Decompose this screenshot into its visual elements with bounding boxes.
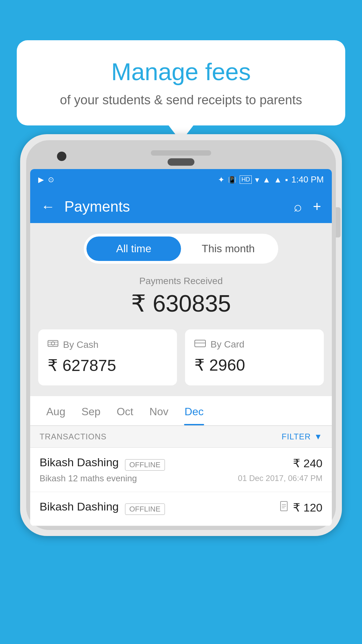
by-card-label: By Card — [210, 339, 244, 350]
payments-received: Payments Received ₹ 630835 — [38, 276, 324, 317]
search-button[interactable]: ⌕ — [294, 199, 302, 215]
transaction-bottom-1: Bikash 12 maths evening 01 Dec 2017, 06:… — [40, 473, 322, 484]
phone-screen: ▶ ⊙ ✦ 📳 HD ▾ ▲ ▲ ▪ 1:40 PM — [30, 169, 332, 526]
all-time-toggle[interactable]: All time — [86, 236, 181, 261]
svg-rect-0 — [48, 340, 58, 346]
phone-camera — [57, 152, 66, 161]
doc-icon-2 — [280, 501, 289, 514]
this-month-toggle[interactable]: This month — [181, 236, 276, 261]
add-button[interactable]: + — [313, 199, 321, 215]
phone-top — [30, 144, 332, 169]
status-bar-left: ▶ ⊙ — [38, 175, 54, 184]
by-cash-label: By Cash — [63, 339, 99, 350]
filter-button[interactable]: FILTER ▼ — [282, 432, 322, 441]
status-bar: ▶ ⊙ ✦ 📳 HD ▾ ▲ ▲ ▪ 1:40 PM — [30, 169, 332, 190]
battery-icon: ▪ — [285, 175, 288, 184]
transactions-header: TRANSACTIONS FILTER ▼ — [30, 426, 332, 448]
transaction-amount-2: ₹ 120 — [293, 501, 322, 514]
bluetooth-icon: ✦ — [218, 175, 225, 184]
tab-oct[interactable]: Oct — [109, 396, 141, 425]
speech-bubble: Manage fees of your students & send rece… — [17, 40, 345, 125]
transaction-top-1: Bikash Dashing OFFLINE ₹ 240 — [40, 456, 322, 471]
time-toggle: All time This month — [84, 234, 278, 264]
transaction-amount-1: ₹ 240 — [293, 457, 322, 470]
by-cash-amount: ₹ 627875 — [48, 356, 168, 375]
transaction-name-1: Bikash Dashing — [40, 456, 119, 469]
by-card-amount: ₹ 2960 — [194, 356, 314, 374]
hd-icon: HD — [240, 175, 252, 184]
phone-inner: ▶ ⊙ ✦ 📳 HD ▾ ▲ ▲ ▪ 1:40 PM — [26, 140, 336, 530]
filter-label: FILTER — [282, 432, 311, 441]
phone-outer: ▶ ⊙ ✦ 📳 HD ▾ ▲ ▲ ▪ 1:40 PM — [20, 134, 342, 536]
svg-rect-5 — [195, 342, 205, 344]
app-bar-right: ⌕ + — [294, 199, 321, 215]
by-cash-header: By Cash — [48, 339, 168, 351]
month-tabs: Aug Sep Oct Nov Dec — [30, 396, 332, 426]
card-icon — [194, 339, 206, 350]
app-bar-title: Payments — [64, 198, 130, 215]
offline-badge-1: OFFLINE — [125, 459, 165, 471]
by-card-card: By Card ₹ 2960 — [185, 329, 324, 385]
bubble-subtitle: of your students & send receipts to pare… — [37, 92, 325, 108]
transaction-row-2: Bikash Dashing OFFLINE — [30, 492, 332, 526]
record-icon: ⊙ — [48, 175, 54, 184]
filter-icon: ▼ — [314, 432, 322, 441]
phone-button — [168, 158, 194, 166]
transaction-name-2: Bikash Dashing — [40, 500, 119, 513]
transaction-date-1: 01 Dec 2017, 06:47 PM — [238, 474, 322, 483]
payment-cards: By Cash ₹ 627875 — [38, 329, 324, 396]
youtube-icon: ▶ — [38, 175, 44, 184]
cash-icon — [48, 339, 58, 351]
signal-icon: ▲ — [262, 175, 270, 184]
transaction-left-2: Bikash Dashing OFFLINE — [40, 500, 165, 515]
phone-speaker — [151, 150, 211, 156]
app-bar: ← Payments ⌕ + — [30, 190, 332, 223]
signal2-icon: ▲ — [274, 175, 282, 184]
by-cash-card: By Cash ₹ 627875 — [38, 329, 177, 385]
by-card-header: By Card — [194, 339, 314, 350]
content-area: All time This month Payments Received ₹ … — [30, 223, 332, 396]
tab-aug[interactable]: Aug — [38, 396, 73, 425]
wifi-icon: ▾ — [255, 175, 259, 184]
payments-amount: ₹ 630835 — [38, 290, 324, 317]
transaction-row-1: Bikash Dashing OFFLINE ₹ 240 Bikash 12 m… — [30, 448, 332, 492]
back-button[interactable]: ← — [41, 199, 55, 215]
transactions-label: TRANSACTIONS — [40, 432, 107, 441]
transaction-left-1: Bikash Dashing OFFLINE — [40, 456, 165, 471]
vibrate-icon: 📳 — [228, 176, 236, 184]
speech-bubble-container: Manage fees of your students & send rece… — [17, 40, 345, 125]
side-button — [336, 207, 341, 237]
transaction-detail-1: Bikash 12 maths evening — [40, 473, 137, 484]
tab-nov[interactable]: Nov — [141, 396, 177, 425]
tab-sep[interactable]: Sep — [73, 396, 109, 425]
time-display: 1:40 PM — [291, 174, 324, 185]
app-bar-left: ← Payments — [41, 198, 130, 215]
phone-mockup: ▶ ⊙ ✦ 📳 HD ▾ ▲ ▲ ▪ 1:40 PM — [20, 134, 342, 644]
offline-badge-2: OFFLINE — [125, 503, 165, 515]
tab-dec[interactable]: Dec — [177, 396, 212, 425]
bubble-title: Manage fees — [37, 59, 325, 85]
status-bar-right: ✦ 📳 HD ▾ ▲ ▲ ▪ 1:40 PM — [218, 174, 324, 185]
transaction-right-2: ₹ 120 — [280, 501, 322, 514]
payments-label: Payments Received — [38, 276, 324, 286]
transaction-top-2: Bikash Dashing OFFLINE — [40, 500, 322, 515]
